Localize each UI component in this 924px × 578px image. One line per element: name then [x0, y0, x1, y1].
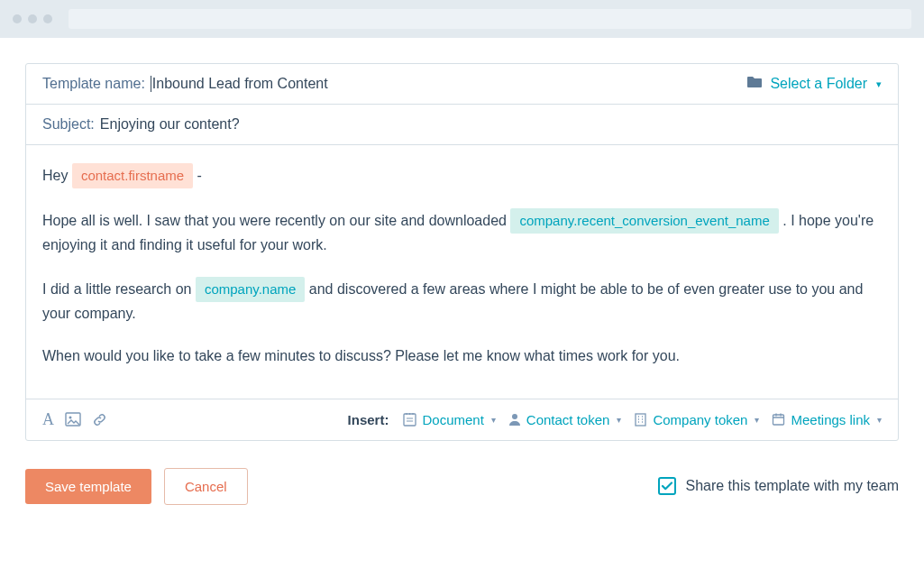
- svg-point-1: [69, 417, 72, 419]
- select-folder-label: Select a Folder: [770, 76, 867, 92]
- template-name-row: Template name: Inbound Lead from Content…: [26, 64, 898, 105]
- window-dot: [28, 14, 37, 23]
- document-icon: [403, 412, 416, 427]
- chevron-down-icon: ▾: [755, 415, 759, 425]
- building-icon: [634, 412, 647, 427]
- cancel-button[interactable]: Cancel: [164, 468, 248, 505]
- window-controls: [13, 14, 52, 23]
- editor-toolbar: A Insert: Document ▾ Con: [26, 399, 898, 440]
- subject-row: Subject: Enjoying our content?: [26, 105, 898, 145]
- subject-label: Subject:: [42, 116, 95, 133]
- chevron-down-icon: ▾: [876, 78, 882, 90]
- svg-rect-5: [773, 415, 784, 425]
- insert-label: Insert:: [348, 412, 389, 427]
- insert-document-dropdown[interactable]: Document ▾: [403, 412, 495, 427]
- chevron-down-icon: ▾: [617, 415, 621, 425]
- insert-meetings-link-dropdown[interactable]: Meetings link ▾: [772, 412, 882, 427]
- template-editor: Template name: Inbound Lead from Content…: [25, 63, 899, 441]
- share-checkbox[interactable]: [658, 477, 676, 495]
- link-icon[interactable]: [92, 412, 107, 427]
- share-label: Share this template with my team: [685, 478, 899, 494]
- token-company-conversion[interactable]: company.recent_conversion_event_name: [510, 208, 778, 234]
- template-name-input[interactable]: Inbound Lead from Content: [152, 76, 328, 92]
- window-dot: [13, 14, 22, 23]
- text-format-icon[interactable]: A: [42, 410, 54, 429]
- calendar-icon: [772, 412, 785, 427]
- body-paragraph-3: When would you like to take a few minute…: [42, 344, 882, 368]
- chevron-down-icon: ▾: [877, 415, 882, 425]
- browser-chrome: [0, 0, 924, 38]
- window-dot: [43, 14, 52, 23]
- email-body-editor[interactable]: Hey contact.firstname - Hope all is well…: [26, 145, 898, 399]
- footer-actions: Save template Cancel Share this template…: [25, 441, 899, 505]
- select-folder-dropdown[interactable]: Select a Folder ▾: [746, 76, 882, 92]
- save-template-button[interactable]: Save template: [25, 469, 151, 504]
- person-icon: [508, 412, 521, 427]
- subject-input[interactable]: Enjoying our content?: [100, 116, 240, 133]
- folder-icon: [746, 76, 763, 92]
- insert-contact-token-dropdown[interactable]: Contact token ▾: [508, 412, 622, 427]
- svg-rect-4: [636, 414, 645, 426]
- chevron-down-icon: ▾: [491, 415, 496, 425]
- svg-point-3: [512, 414, 517, 419]
- image-icon[interactable]: [65, 412, 81, 427]
- url-bar[interactable]: [69, 9, 911, 29]
- svg-rect-2: [404, 414, 416, 426]
- token-contact-firstname[interactable]: contact.firstname: [72, 163, 193, 188]
- text-cursor: [151, 76, 151, 92]
- token-company-name[interactable]: company.name: [196, 277, 305, 302]
- insert-company-token-dropdown[interactable]: Company token ▾: [634, 412, 759, 427]
- share-template-option[interactable]: Share this template with my team: [658, 477, 899, 495]
- template-name-label: Template name:: [42, 76, 145, 92]
- body-paragraph-1: Hope all is well. I saw that you were re…: [42, 208, 882, 257]
- body-paragraph-2: I did a little research on company.name …: [42, 277, 882, 326]
- body-greeting: Hey contact.firstname -: [42, 163, 882, 188]
